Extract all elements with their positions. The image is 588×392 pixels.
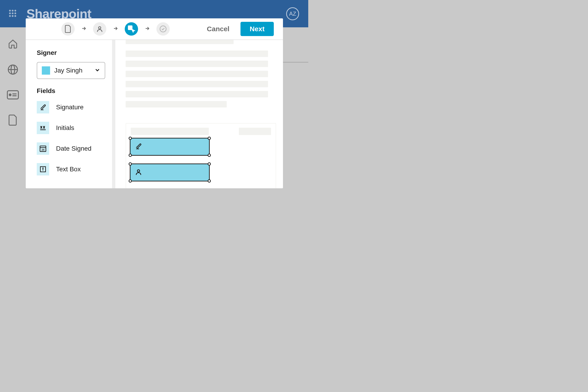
globe-icon[interactable] bbox=[7, 64, 18, 76]
avatar[interactable]: AZ bbox=[286, 7, 299, 20]
svg-point-13 bbox=[98, 27, 101, 29]
arrow-icon bbox=[144, 26, 150, 32]
step-person[interactable] bbox=[93, 22, 106, 36]
field-label: Date Signed bbox=[56, 145, 92, 152]
placed-name-field[interactable] bbox=[130, 164, 210, 182]
doc-placeholder-line bbox=[126, 50, 268, 57]
next-button[interactable]: Next bbox=[240, 22, 274, 36]
progress-stepper bbox=[61, 22, 170, 36]
cancel-button[interactable]: Cancel bbox=[207, 25, 230, 33]
field-initials[interactable]: Initials bbox=[37, 122, 103, 134]
text-box-icon bbox=[37, 163, 49, 176]
document-preview bbox=[115, 40, 283, 188]
svg-point-2 bbox=[14, 10, 16, 12]
doc-placeholder-line bbox=[126, 71, 268, 77]
svg-point-12 bbox=[9, 94, 11, 96]
background-divider bbox=[283, 62, 308, 62]
modal-body: Signer Jay Singh Fields bbox=[26, 40, 283, 188]
modal-header: Cancel Next bbox=[26, 18, 283, 40]
fields-panel: Signer Jay Singh Fields bbox=[26, 40, 115, 188]
svg-point-4 bbox=[12, 12, 14, 14]
signature-icon bbox=[135, 143, 142, 151]
signer-dropdown[interactable]: Jay Singh bbox=[37, 62, 105, 79]
app-launcher-icon[interactable] bbox=[8, 9, 17, 19]
resize-handle[interactable] bbox=[208, 162, 211, 166]
svg-point-6 bbox=[9, 15, 11, 17]
person-icon bbox=[135, 168, 142, 177]
modal-actions: Cancel Next bbox=[207, 22, 274, 36]
arrow-icon bbox=[113, 26, 118, 32]
chevron-down-icon bbox=[94, 67, 100, 74]
placed-signature-field[interactable] bbox=[130, 138, 210, 156]
step-document[interactable] bbox=[61, 22, 75, 36]
initials-icon bbox=[37, 122, 49, 134]
home-icon[interactable] bbox=[8, 39, 18, 50]
doc-placeholder-line bbox=[126, 81, 268, 87]
resize-handle[interactable] bbox=[128, 162, 132, 166]
svg-point-3 bbox=[9, 12, 11, 14]
field-label: Text Box bbox=[56, 166, 80, 173]
doc-box-row bbox=[131, 128, 271, 135]
avatar-initials: AZ bbox=[289, 10, 296, 17]
svg-point-19 bbox=[137, 170, 140, 172]
field-label: Signature bbox=[56, 104, 84, 111]
resize-handle[interactable] bbox=[128, 137, 132, 140]
arrow-icon bbox=[81, 26, 86, 32]
doc-placeholder-block bbox=[239, 128, 271, 135]
doc-placeholder-line bbox=[126, 61, 268, 67]
svg-point-0 bbox=[9, 10, 11, 12]
resize-handle[interactable] bbox=[128, 179, 132, 182]
resize-handle[interactable] bbox=[128, 154, 132, 157]
doc-placeholder-line bbox=[126, 91, 268, 97]
step-place-fields[interactable] bbox=[125, 22, 138, 36]
field-signature[interactable]: Signature bbox=[37, 101, 103, 114]
svg-point-8 bbox=[14, 15, 16, 17]
doc-placeholder-block bbox=[131, 128, 209, 135]
document-icon[interactable] bbox=[8, 114, 17, 126]
field-text-box[interactable]: Text Box bbox=[37, 163, 103, 176]
signer-selected-name: Jay Singh bbox=[54, 67, 82, 74]
svg-text:24: 24 bbox=[42, 148, 44, 151]
signer-color-chip bbox=[42, 66, 50, 75]
signature-modal: Cancel Next Signer Jay Singh Fields bbox=[26, 18, 283, 188]
signature-icon bbox=[37, 101, 49, 114]
field-label: Initials bbox=[56, 124, 74, 132]
svg-point-5 bbox=[14, 12, 16, 14]
resize-handle[interactable] bbox=[208, 137, 211, 140]
signer-heading: Signer bbox=[37, 49, 103, 56]
document-signature-area bbox=[126, 123, 276, 188]
field-date-signed[interactable]: 24 Date Signed bbox=[37, 142, 103, 155]
svg-point-1 bbox=[12, 10, 14, 12]
global-sidebar bbox=[0, 27, 26, 206]
resize-handle[interactable] bbox=[208, 179, 211, 182]
field-list: Signature Initials 2 bbox=[37, 101, 103, 176]
news-icon[interactable] bbox=[7, 90, 19, 100]
calendar-icon: 24 bbox=[37, 142, 49, 155]
svg-point-7 bbox=[12, 15, 14, 17]
step-review[interactable] bbox=[156, 22, 170, 36]
doc-placeholder-line bbox=[126, 101, 227, 108]
fields-heading: Fields bbox=[37, 87, 103, 94]
resize-handle[interactable] bbox=[208, 154, 211, 157]
doc-placeholder-line bbox=[126, 40, 234, 44]
